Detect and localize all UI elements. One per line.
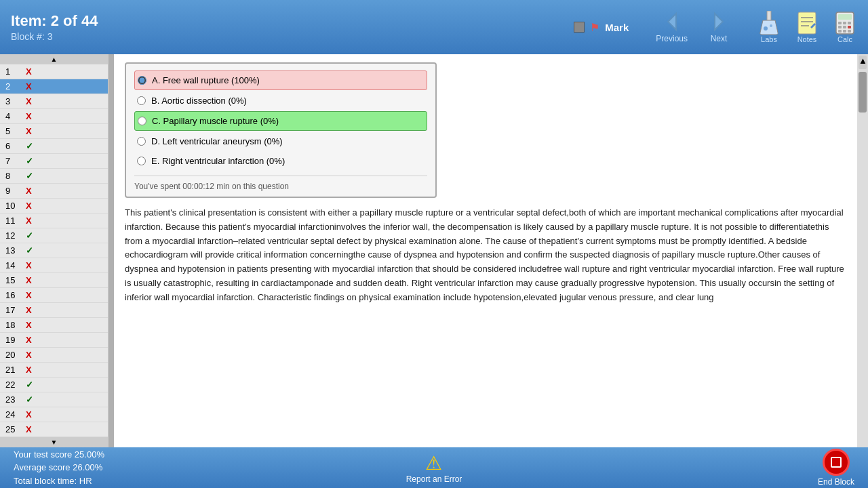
previous-label: Previous xyxy=(656,34,688,43)
calc-button[interactable]: Calc xyxy=(833,11,857,43)
scroll-thumb[interactable] xyxy=(859,72,867,113)
item-number: 1 xyxy=(5,66,26,77)
answer-label: C. Papillary muscle rupture (0%) xyxy=(152,116,279,126)
sidebar-item[interactable]: 4X xyxy=(0,109,108,124)
answer-radio[interactable] xyxy=(137,137,146,146)
next-button[interactable]: Next xyxy=(708,11,730,43)
item-number: 25 xyxy=(5,424,26,434)
answer-option[interactable]: D. Left ventricular aneurysm (0%) xyxy=(134,132,427,150)
sidebar-item[interactable]: 8✓ xyxy=(0,169,108,184)
notes-icon xyxy=(795,11,819,35)
sidebar-item[interactable]: 14X xyxy=(0,258,108,273)
svg-rect-5 xyxy=(798,12,816,34)
item-number: 11 xyxy=(5,216,26,226)
sidebar-item[interactable]: 20X xyxy=(0,348,108,363)
previous-button[interactable]: Previous xyxy=(656,11,688,43)
warning-icon: ⚠ xyxy=(425,452,442,474)
sidebar-scroll-down[interactable]: ▼ xyxy=(0,437,108,447)
status-x: X xyxy=(26,111,32,121)
answer-option[interactable]: A. Free wall rupture (100%) xyxy=(134,70,427,90)
sidebar-item[interactable]: 16X xyxy=(0,288,108,303)
sidebar-item[interactable]: 25X xyxy=(0,422,108,437)
footer-center: ⚠ Report an Error xyxy=(294,452,574,484)
tools-section: Labs Notes xyxy=(757,11,857,43)
svg-rect-2 xyxy=(767,11,771,20)
sidebar-item[interactable]: 12✓ xyxy=(0,228,108,243)
sidebar-item[interactable]: 13✓ xyxy=(0,243,108,258)
sidebar-item[interactable]: 23✓ xyxy=(0,392,108,407)
answer-option[interactable]: E. Right ventricular infarction (0%) xyxy=(134,152,427,170)
sidebar-item[interactable]: 9X xyxy=(0,184,108,199)
answer-radio[interactable] xyxy=(137,157,146,165)
status-check: ✓ xyxy=(26,156,33,166)
item-number: 15 xyxy=(5,275,26,285)
item-number: 16 xyxy=(5,290,26,300)
sidebar-item[interactable]: 11X xyxy=(0,214,108,228)
sidebar-item[interactable]: 15X xyxy=(0,273,108,288)
item-number: 22 xyxy=(5,380,26,390)
item-number: 23 xyxy=(5,394,26,405)
test-score: Your test score 25.00% xyxy=(14,448,294,462)
mark-checkbox[interactable] xyxy=(574,22,585,33)
item-number: 10 xyxy=(5,201,26,211)
answer-label: A. Free wall rupture (100%) xyxy=(152,75,260,85)
mark-flag-icon: ⚑ xyxy=(590,21,599,34)
svg-rect-10 xyxy=(838,14,852,20)
report-error-button[interactable]: ⚠ Report an Error xyxy=(406,452,462,484)
sidebar-item[interactable]: 5X xyxy=(0,124,108,139)
svg-rect-15 xyxy=(843,26,846,28)
svg-marker-1 xyxy=(715,14,723,30)
time-spent: You've spent 00:00:12 min on this questi… xyxy=(134,176,427,191)
status-x: X xyxy=(26,350,32,360)
answer-radio[interactable] xyxy=(137,96,146,105)
labs-label: Labs xyxy=(761,35,777,43)
answer-option[interactable]: B. Aortic dissection (0%) xyxy=(134,92,427,110)
item-number: 18 xyxy=(5,320,26,330)
sidebar-item[interactable]: 18X xyxy=(0,318,108,333)
labs-icon xyxy=(757,11,781,35)
nav-buttons: Previous Next xyxy=(656,11,730,43)
status-check: ✓ xyxy=(26,171,33,181)
scroll-up-arrow[interactable]: ▲ xyxy=(859,56,867,69)
answer-radio[interactable] xyxy=(138,76,146,85)
answer-radio[interactable] xyxy=(138,117,146,125)
right-scrollbar[interactable]: ▲ xyxy=(857,54,868,447)
sidebar-item[interactable]: 21X xyxy=(0,363,108,378)
status-x: X xyxy=(26,290,32,300)
item-number: 12 xyxy=(5,230,26,241)
status-x: X xyxy=(26,409,32,420)
calc-icon xyxy=(833,11,857,35)
sidebar-divider[interactable] xyxy=(108,54,114,447)
main-content: ▲ 1X2X3X4X5X6✓7✓8✓9X10X11X12✓13✓14X15X16… xyxy=(0,54,868,447)
item-number: 7 xyxy=(5,156,26,166)
footer: Your test score 25.00% Average score 26.… xyxy=(0,447,868,488)
mark-label[interactable]: Mark xyxy=(605,22,629,33)
end-block-button[interactable]: End Block xyxy=(818,449,854,487)
sidebar-item[interactable]: 10X xyxy=(0,199,108,214)
end-block-label: End Block xyxy=(818,477,854,487)
sidebar-scroll-up[interactable]: ▲ xyxy=(0,54,108,64)
sidebar-item[interactable]: 17X xyxy=(0,303,108,318)
stop-icon xyxy=(823,449,850,476)
item-number: 8 xyxy=(5,171,26,181)
sidebar-item[interactable]: 22✓ xyxy=(0,378,108,392)
status-x: X xyxy=(26,424,32,434)
status-x: X xyxy=(26,275,32,285)
svg-marker-0 xyxy=(668,14,676,30)
labs-button[interactable]: Labs xyxy=(757,11,781,43)
sidebar-item[interactable]: 3X xyxy=(0,94,108,109)
prev-arrow-icon xyxy=(661,11,683,33)
sidebar-item[interactable]: 24X xyxy=(0,407,108,422)
notes-button[interactable]: Notes xyxy=(795,11,819,43)
header-left: Item: 2 of 44 Block #: 3 xyxy=(11,12,547,42)
sidebar-item[interactable]: 2X xyxy=(0,79,108,94)
svg-rect-11 xyxy=(838,22,842,24)
sidebar-item[interactable]: 7✓ xyxy=(0,154,108,169)
sidebar-item[interactable]: 19X xyxy=(0,333,108,348)
answer-option[interactable]: C. Papillary muscle rupture (0%) xyxy=(134,111,427,131)
sidebar-item[interactable]: 1X xyxy=(0,64,108,79)
status-x: X xyxy=(26,216,32,226)
status-check: ✓ xyxy=(26,141,33,151)
status-x: X xyxy=(26,335,32,345)
sidebar-item[interactable]: 6✓ xyxy=(0,139,108,154)
